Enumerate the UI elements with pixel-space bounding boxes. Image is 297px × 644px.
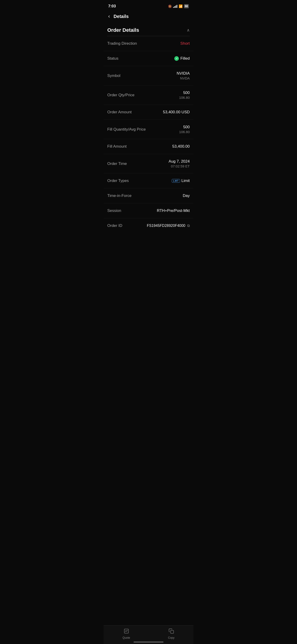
order-id-copy-icon[interactable]: ⧉ — [187, 224, 190, 228]
back-chevron-icon: ‹ — [108, 14, 110, 19]
content-area: Order Details ∧ Trading Direction Short … — [104, 24, 194, 256]
order-price: 106.80 — [179, 96, 190, 100]
back-button[interactable]: ‹ — [107, 13, 111, 20]
time-in-force-label: Time-in-Force — [107, 194, 132, 198]
order-qty-price-row: Order Qty/Price 500 106.80 — [104, 86, 194, 105]
order-time-row: Order Time Aug 7, 2024 07:02:59 ET — [104, 154, 194, 174]
lmt-badge: LMT — [172, 179, 180, 183]
status-icons: 🔕 📶 68 — [168, 4, 189, 8]
status-label: Status — [107, 56, 118, 61]
page-title: Details — [114, 14, 129, 19]
fill-amount-value: 53,400.00 — [172, 144, 190, 149]
battery-level: 68 — [185, 4, 188, 8]
signal-bars-icon — [173, 4, 177, 8]
symbol-row: Symbol NVIDIA NVDA — [104, 66, 194, 86]
bell-mute-icon: 🔕 — [168, 4, 172, 8]
order-time-label: Order Time — [107, 162, 127, 166]
session-value: RTH+Pre/Post-Mkt — [157, 208, 190, 213]
order-qty: 500 — [179, 90, 190, 95]
order-qty-price-value: 500 106.80 — [179, 90, 190, 100]
order-amount-label: Order Amount — [107, 110, 132, 114]
trading-direction-label: Trading Direction — [107, 41, 137, 46]
order-types-row: Order Types LMT Limit — [104, 174, 194, 188]
order-time-clock: 07:02:59 ET — [168, 164, 190, 168]
order-amount-row: Order Amount 53,400.00 USD — [104, 105, 194, 120]
filled-check-icon — [174, 56, 179, 61]
session-row: Session RTH+Pre/Post-Mkt — [104, 204, 194, 218]
trading-direction-value: Short — [180, 41, 190, 46]
avg-price: 106.80 — [179, 130, 190, 134]
status-text: Filled — [180, 56, 190, 61]
time-in-force-value: Day — [183, 194, 190, 198]
fill-qty-avg-price-row: Fill Quantity/Avg Price 500 106.80 — [104, 120, 194, 139]
fill-amount-label: Fill Amount — [107, 144, 127, 149]
symbol-name: NVIDIA — [176, 71, 190, 76]
order-id-label: Order ID — [107, 224, 122, 228]
fill-amount-row: Fill Amount 53,400.00 — [104, 139, 194, 154]
order-type-text: Limit — [182, 178, 190, 183]
order-types-value: LMT Limit — [172, 178, 190, 183]
symbol-label: Symbol — [107, 74, 120, 78]
section-title: Order Details — [107, 27, 139, 33]
nav-header: ‹ Details — [104, 11, 194, 24]
order-types-label: Order Types — [107, 178, 129, 183]
fill-qty: 500 — [179, 125, 190, 130]
session-label: Session — [107, 208, 121, 213]
section-header: Order Details ∧ — [104, 24, 194, 36]
order-id-container: FS1945FD28920F4000 ⧉ — [147, 224, 190, 228]
time-in-force-row: Time-in-Force Day — [104, 188, 194, 204]
status-value: Filled — [174, 56, 190, 61]
trading-direction-row: Trading Direction Short — [104, 36, 194, 51]
order-date: Aug 7, 2024 — [168, 159, 190, 164]
status-bar: 7:03 🔕 📶 68 — [104, 0, 194, 11]
section-collapse-icon[interactable]: ∧ — [187, 28, 190, 33]
order-id-text: FS1945FD28920F4000 — [147, 224, 185, 228]
symbol-value: NVIDIA NVDA — [176, 71, 190, 80]
status-row: Status Filled — [104, 51, 194, 66]
fill-qty-avg-price-value: 500 106.80 — [179, 125, 190, 134]
order-id-row: Order ID FS1945FD28920F4000 ⧉ — [104, 218, 194, 233]
status-time: 7:03 — [108, 4, 116, 8]
order-amount-value: 53,400.00 USD — [163, 110, 190, 114]
fill-qty-avg-price-label: Fill Quantity/Avg Price — [107, 127, 146, 132]
battery-icon: 68 — [184, 4, 189, 8]
symbol-ticker: NVDA — [176, 76, 190, 80]
order-qty-price-label: Order Qty/Price — [107, 93, 134, 98]
order-time-value: Aug 7, 2024 07:02:59 ET — [168, 159, 190, 168]
wifi-icon: 📶 — [179, 4, 182, 8]
